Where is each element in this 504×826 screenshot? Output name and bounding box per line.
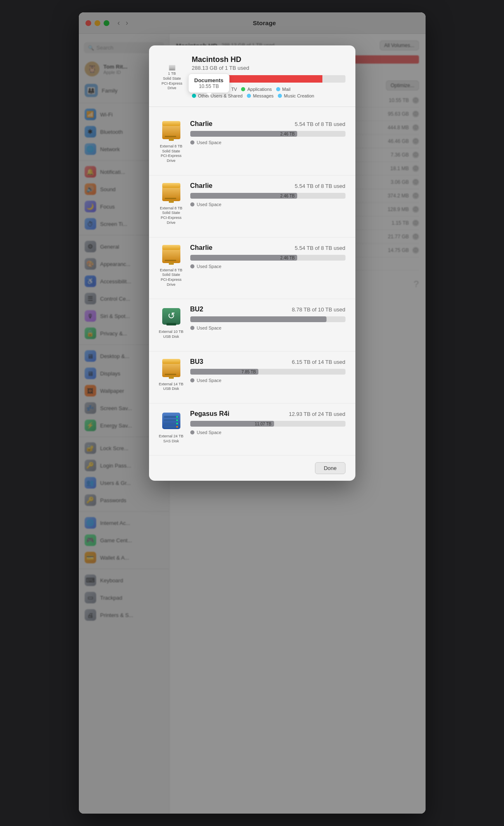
charlie-2-content: Charlie 5.54 TB of 8 TB used 2.46 TB: [190, 182, 345, 207]
pegasus-header: External 24 TBSAS Disk Pegasus R4i 12.93…: [159, 410, 345, 444]
done-button[interactable]: Done: [315, 462, 345, 474]
legend-row-2: Other Users & Shared Messages Music Crea…: [192, 93, 345, 98]
charlie-3-drive-label: External 8 TBSolid StatePCI-ExpressDrive: [160, 268, 182, 287]
charlie-3-legend-label: Used Space: [197, 264, 222, 269]
pegasus-name-row: Pegasus R4i 12.93 TB of 24 TB used: [190, 410, 345, 418]
modal-footer: Done: [149, 456, 355, 481]
legend-label-tv: TV: [231, 87, 237, 92]
legend-dot-applications: [241, 87, 245, 91]
charlie-3-header: External 8 TBSolid StatePCI-ExpressDrive…: [159, 244, 345, 287]
pegasus-remaining: 11.07 TB: [255, 422, 271, 426]
charlie-2-legend-label: Used Space: [197, 202, 222, 207]
charlie-1-bar-fill: 2.46 TB: [190, 131, 297, 137]
svg-rect-21: [165, 374, 176, 375]
svg-point-31: [176, 426, 178, 428]
bu2-legend-dot: [190, 326, 194, 330]
svg-rect-10: [165, 198, 176, 199]
charlie-1-remaining: 2.46 TB: [280, 132, 295, 136]
bu3-legend-label: Used Space: [197, 378, 222, 383]
charlie-3-bar-container: 2.46 TB: [190, 255, 345, 261]
modal-overlay: Documents 10.55 TB: [79, 12, 426, 814]
charlie-3-content: Charlie 5.54 TB of 8 TB used 2.46 TB: [190, 244, 345, 269]
bu3-bar-container: 7.85 TB: [190, 369, 345, 375]
charlie-3-icon: External 8 TBSolid StatePCI-ExpressDrive: [159, 244, 184, 287]
charlie-2-bar-fill: 2.46 TB: [190, 193, 297, 199]
bu2-drive-svg: ↺: [161, 306, 181, 327]
bu3-name: BU3: [190, 358, 203, 366]
legend-mail: Mail: [276, 87, 291, 92]
pegasus-progress-bar: 11.07 TB: [190, 421, 345, 427]
macintosh-drive-label: 1 TBSolid StatePCI-ExpressDrive: [161, 71, 182, 91]
charlie-1-icon: External 8 TBSolid StatePCI-ExpressDrive: [159, 120, 184, 164]
legend-messages: Messages: [247, 93, 274, 98]
charlie-1-legend-dot: [190, 140, 194, 145]
charlie-2-drive-label: External 8 TBSolid StatePCI-ExpressDrive: [160, 206, 182, 225]
pegasus-name: Pegasus R4i: [190, 410, 230, 418]
svg-rect-9: [162, 183, 180, 188]
charlie-1-usage: 5.54 TB of 8 TB used: [295, 121, 345, 127]
svg-rect-6: [165, 136, 176, 137]
pegasus-content: Pegasus R4i 12.93 TB of 24 TB used 11.07…: [190, 410, 345, 435]
bu2-progress-bar: [190, 316, 345, 322]
tooltip-value: 10.55 TB: [194, 83, 224, 89]
macintosh-hd-row: 1 TBSolid StatePCI-ExpressDrive Macintos…: [159, 55, 345, 100]
bu2-icon: ↺ External 10 TBUSB Disk: [159, 306, 184, 339]
charlie-2-usage: 5.54 TB of 8 TB used: [295, 183, 345, 189]
charlie-2-remaining: 2.46 TB: [280, 193, 295, 198]
bu2-drive-label: External 10 TBUSB Disk: [159, 330, 183, 339]
legend-other: Other Users & Shared: [192, 93, 243, 98]
charlie-2-progress-bar: 2.46 TB: [190, 193, 345, 199]
pegasus-legend: Used Space: [190, 430, 345, 435]
tooltip-arrow: [206, 93, 211, 96]
charlie-3-legend-dot: [190, 264, 194, 268]
svg-rect-22: [169, 376, 174, 379]
legend-dot-messages: [247, 94, 251, 98]
charlie-1-drive-label: External 8 TBSolid StatePCI-ExpressDrive: [160, 144, 182, 164]
volume-item-pegasus: External 24 TBSAS Disk Pegasus R4i 12.93…: [149, 404, 355, 456]
volume-item-bu2: ↺ External 10 TBUSB Disk: [149, 299, 355, 351]
macintosh-used: 288.13 GB of 1 TB used: [192, 65, 345, 71]
svg-rect-0: [169, 66, 175, 71]
charlie-1-progress-bar: 2.46 TB: [190, 131, 345, 137]
mac-window: ‹ › Storage 🔍 Search 🦉 Tom Rit... Apple …: [79, 12, 426, 814]
bu2-bar-container: [190, 316, 345, 322]
macintosh-drive-icon: 1 TBSolid StatePCI-ExpressDrive: [159, 64, 185, 91]
bu3-bar-fill: 7.85 TB: [190, 369, 258, 375]
svg-rect-13: [162, 245, 180, 250]
charlie-3-progress-bar: 2.46 TB: [190, 255, 345, 261]
svg-rect-1: [169, 65, 175, 66]
volume-item-charlie-3: External 8 TBSolid StatePCI-ExpressDrive…: [149, 237, 355, 299]
bu3-usage: 6.15 TB of 14 TB used: [292, 359, 345, 365]
pegasus-usage: 12.93 TB of 24 TB used: [289, 411, 345, 417]
bu3-drive-svg: [161, 358, 181, 380]
charlie-3-drive-svg: [161, 244, 181, 266]
legend-label-messages: Messages: [253, 93, 274, 98]
svg-rect-7: [169, 138, 174, 141]
volume-item-charlie-2: External 8 TBSolid StatePCI-ExpressDrive…: [149, 176, 355, 237]
svg-rect-5: [162, 121, 180, 126]
svg-point-29: [176, 420, 178, 421]
volume-item-bu3: External 14 TBUSB Disk BU3 6.15 TB of 14…: [149, 351, 355, 404]
charlie-1-name-row: Charlie 5.54 TB of 8 TB used: [190, 120, 345, 128]
charlie-3-name: Charlie: [190, 244, 213, 252]
charlie-2-name: Charlie: [190, 182, 213, 190]
legend-label-mail: Mail: [282, 87, 291, 92]
modal-divider-1: [149, 107, 355, 107]
charlie-1-content: Charlie 5.54 TB of 8 TB used 2.46 TB: [190, 120, 345, 145]
charlie-1-bar-container: 2.46 TB: [190, 131, 345, 137]
svg-rect-20: [162, 359, 180, 364]
svg-text:↺: ↺: [168, 311, 175, 321]
charlie-2-header: External 8 TBSolid StatePCI-ExpressDrive…: [159, 182, 345, 225]
pegasus-legend-dot: [190, 430, 194, 434]
charlie-1-legend-label: Used Space: [197, 140, 222, 145]
legend-dot-music: [278, 94, 282, 98]
bu3-legend-dot: [190, 378, 194, 382]
charlie-2-name-row: Charlie 5.54 TB of 8 TB used: [190, 182, 345, 190]
svg-point-28: [176, 416, 178, 418]
bu3-progress-bar: 7.85 TB: [190, 369, 345, 375]
legend-label-other: Other Users & Shared: [198, 93, 243, 98]
tooltip: Documents 10.55 TB: [188, 74, 230, 93]
bu3-header: External 14 TBUSB Disk BU3 6.15 TB of 14…: [159, 358, 345, 392]
charlie-1-header: External 8 TBSolid StatePCI-ExpressDrive…: [159, 120, 345, 164]
hd-drive-svg: [161, 64, 184, 71]
